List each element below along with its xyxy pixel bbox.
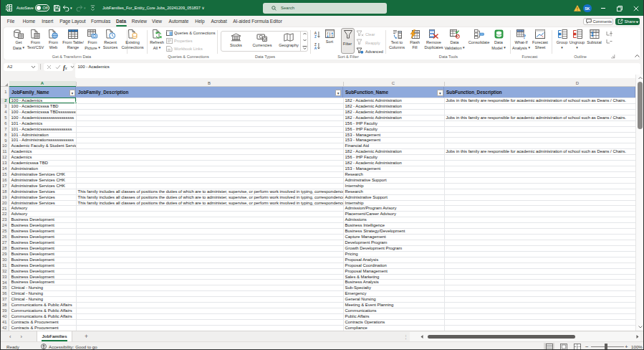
svg-text:A: A (327, 35, 329, 38)
svg-text:?: ? (523, 34, 526, 39)
